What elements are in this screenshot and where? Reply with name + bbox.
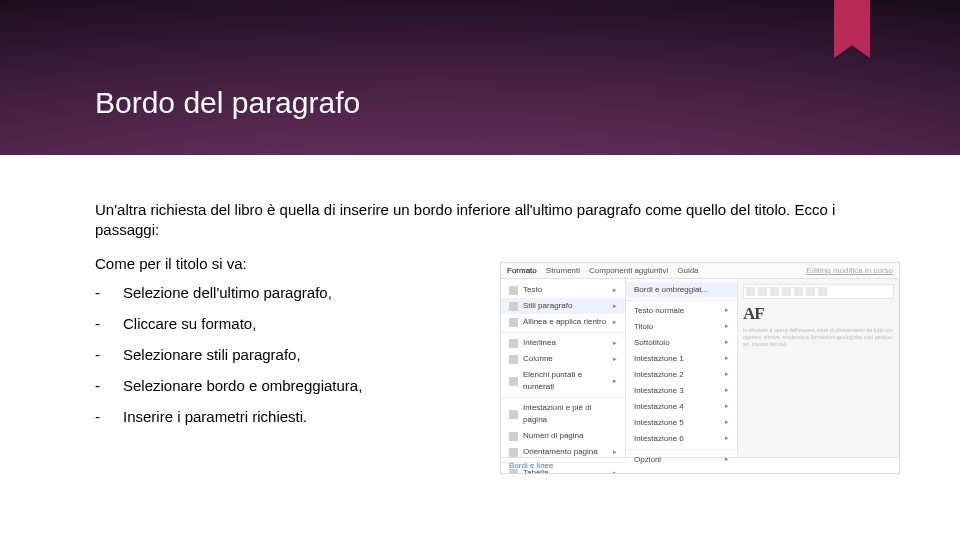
menu-item-icon [509, 432, 518, 441]
submenu-item-label: Intestazione 5 [634, 417, 684, 429]
chevron-right-icon: ▸ [613, 301, 617, 312]
menu-item-label: Elenchi puntati e numerati [523, 369, 608, 393]
menu-item-label: Testo [523, 284, 542, 296]
step-text: Inserire i parametri richiesti. [123, 408, 535, 425]
menu-componenti: Componenti aggiuntivi [589, 266, 668, 275]
toolbar-icon [794, 287, 803, 296]
bullet-dash: - [95, 408, 103, 425]
submenu-item-label: Intestazione 6 [634, 433, 684, 445]
menu-separator [501, 397, 625, 398]
bullet-dash: - [95, 284, 103, 301]
menu-item: Interlinea▸ [501, 335, 625, 351]
menu-item: Elenchi puntati e numerati▸ [501, 367, 625, 395]
menu-item-label: Orientamento pagina [523, 446, 598, 458]
menu-item-icon [509, 355, 518, 364]
toolbar-row [743, 284, 894, 299]
submenu-item: Intestazione 4▸ [626, 399, 737, 415]
submenu-item-label: Intestazione 1 [634, 353, 684, 365]
submenu-item: Titolo▸ [626, 319, 737, 335]
submenu-item: Sottotitolo▸ [626, 335, 737, 351]
chevron-right-icon: ▸ [725, 305, 729, 317]
submenu-item-label: Intestazione 4 [634, 401, 684, 413]
submenu-item-label: Sottotitolo [634, 337, 670, 349]
menubar-note: Editing modifica in corso [806, 266, 893, 275]
embedded-screenshot: Formato Strumenti Componenti aggiuntivi … [500, 262, 900, 474]
submenu-item-label: Intestazione 2 [634, 369, 684, 381]
submenu-item: Testo normale▸ [626, 303, 737, 319]
menu-separator [626, 449, 737, 450]
submenu-item: Opzioni▸ [626, 452, 737, 468]
bullet-dash: - [95, 346, 103, 363]
menu-item-icon [509, 377, 518, 386]
list-item: -Inserire i parametri richiesti. [95, 408, 535, 425]
menu-item: Stili paragrafo▸ [501, 298, 625, 314]
menu-item-icon [509, 339, 518, 348]
ribbon-decoration [834, 0, 870, 58]
submenu-item-label: Testo normale [634, 305, 684, 317]
chevron-right-icon: ▸ [725, 417, 729, 429]
chevron-right-icon: ▸ [725, 337, 729, 349]
menu-separator [501, 332, 625, 333]
chevron-right-icon: ▸ [725, 454, 729, 466]
toolbar-icon [818, 287, 827, 296]
format-menu: Testo▸Stili paragrafo▸Allinea e applica … [501, 279, 626, 457]
menu-item-icon [509, 410, 518, 419]
menu-item: Colonne▸ [501, 351, 625, 367]
menu-item-icon [509, 318, 518, 327]
bullet-dash: - [95, 315, 103, 332]
chevron-right-icon: ▸ [613, 338, 617, 349]
list-item: -Selezionare stili paragrafo, [95, 346, 535, 363]
menu-strumenti: Strumenti [546, 266, 580, 275]
step-text: Selezionare stili paragrafo, [123, 346, 535, 363]
preview-heading: AF [743, 302, 894, 324]
submenu-item-label: Opzioni [634, 454, 661, 466]
chevron-right-icon: ▸ [725, 321, 729, 333]
toolbar-icon [782, 287, 791, 296]
submenu-item-label: Intestazione 3 [634, 385, 684, 397]
submenu-item: Intestazione 3▸ [626, 383, 737, 399]
step-text: Cliccare su formato, [123, 315, 535, 332]
menu-body: Testo▸Stili paragrafo▸Allinea e applica … [501, 279, 899, 457]
menu-item: Orientamento pagina▸ [501, 444, 625, 460]
chevron-right-icon: ▸ [613, 447, 617, 458]
menu-item-label: Stili paragrafo [523, 300, 572, 312]
chevron-right-icon: ▸ [613, 376, 617, 387]
list-item: -Selezione dell'ultimo paragrafo, [95, 284, 535, 301]
chevron-right-icon: ▸ [725, 401, 729, 413]
menu-separator [626, 300, 737, 301]
chevron-right-icon: ▸ [613, 285, 617, 296]
stili-paragrafo-submenu: Bordi e ombreggiat...Testo normale▸Titol… [626, 279, 738, 457]
chevron-right-icon: ▸ [725, 433, 729, 445]
menu-item: Testo▸ [501, 282, 625, 298]
submenu-item: Intestazione 2▸ [626, 367, 737, 383]
menu-item-label: Numeri di pagina [523, 430, 583, 442]
list-item: -Cliccare su formato, [95, 315, 535, 332]
chevron-right-icon: ▸ [613, 468, 617, 474]
menu-item-icon [509, 448, 518, 457]
menu-item-label: Interlinea [523, 337, 556, 349]
step-text: Selezione dell'ultimo paragrafo, [123, 284, 535, 301]
toolbar-icon [746, 287, 755, 296]
menu-item-label: Allinea e applica rientro [523, 316, 606, 328]
chevron-right-icon: ▸ [725, 369, 729, 381]
menubar: Formato Strumenti Componenti aggiuntivi … [501, 263, 899, 279]
submenu-item-label: Bordi e ombreggiat... [634, 284, 708, 296]
steps-list: -Selezione dell'ultimo paragrafo, -Clicc… [95, 284, 535, 425]
menu-item: Allinea e applica rientro▸ [501, 314, 625, 330]
menu-item-label: Intestazioni e piè di pagina [523, 402, 617, 426]
menu-item: Intestazioni e piè di pagina [501, 400, 625, 428]
chevron-right-icon: ▸ [613, 354, 617, 365]
submenu-item: Intestazione 6▸ [626, 431, 737, 447]
slide-title: Bordo del paragrafo [95, 86, 360, 120]
toolbar-icon [758, 287, 767, 296]
intro-paragraph: Un'altra richiesta del libro è quella di… [95, 200, 865, 241]
step-text: Selezionare bordo e ombreggiatura, [123, 377, 535, 394]
menu-item: Numeri di pagina [501, 428, 625, 444]
chevron-right-icon: ▸ [725, 385, 729, 397]
menu-item-label: Colonne [523, 353, 553, 365]
slide-header: Bordo del paragrafo [0, 0, 960, 155]
menu-item-icon [509, 286, 518, 295]
menu-formato: Formato [507, 266, 537, 275]
menu-item-icon [509, 302, 518, 311]
submenu-item: Intestazione 1▸ [626, 351, 737, 367]
